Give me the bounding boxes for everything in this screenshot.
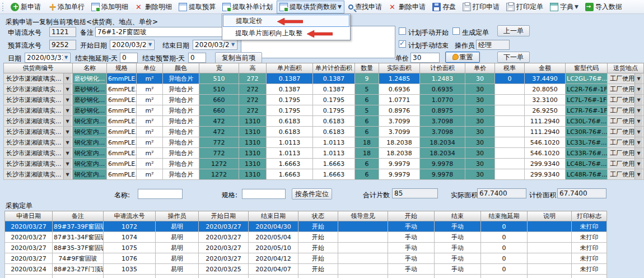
cell[interactable]: 2020/04/12 — [249, 253, 298, 264]
cell[interactable]: 手动 — [435, 243, 481, 253]
cell[interactable]: 1310 — [239, 116, 267, 127]
cell[interactable]: LC7L-76#-1F0 — [566, 95, 608, 105]
cell[interactable]: 2020/03/27 — [199, 243, 249, 253]
cell[interactable]: 异地合片 — [163, 73, 199, 84]
cell[interactable] — [495, 84, 525, 95]
combo-arrow-icon[interactable]: ▼ — [634, 105, 642, 115]
combo-arrow-icon[interactable]: ▼ — [63, 148, 71, 158]
cell[interactable]: 660 — [199, 105, 239, 116]
cell[interactable]: 工厂使用▼ — [608, 95, 644, 105]
cell[interactable]: 9.9978 — [420, 169, 465, 180]
cell[interactable]: 异地合片 — [163, 169, 199, 180]
combo-arrow-icon[interactable]: ▼ — [634, 116, 642, 126]
cell[interactable]: 30 — [465, 137, 495, 148]
column-header[interactable]: 宽 — [199, 63, 239, 73]
cell[interactable]: m² — [137, 137, 163, 148]
cell[interactable] — [338, 243, 388, 253]
remark-field[interactable]: 76#1-2F窗固玻 — [95, 27, 228, 37]
column-header[interactable]: 单片计价面积 — [313, 63, 355, 73]
cell[interactable]: 钢化室内... — [73, 169, 107, 180]
unit-price-field[interactable]: 30 — [410, 53, 440, 63]
cell[interactable]: m² — [137, 95, 163, 105]
reset-button[interactable]: 重置 — [445, 52, 480, 63]
cell[interactable]: LC7R-76#-1F0 — [566, 105, 608, 116]
combo-arrow-icon[interactable]: ▼ — [63, 116, 71, 126]
cell[interactable]: 26.9250 — [525, 105, 566, 116]
cell[interactable]: 长沙市潇湘玻璃实...▼ — [4, 159, 73, 169]
combo-arrow-icon[interactable]: ▼ — [634, 169, 642, 179]
generate-order-checkbox[interactable] — [452, 27, 460, 35]
cell[interactable]: 开始 — [298, 253, 338, 264]
cell[interactable]: 长沙市潇湘玻璃实...▼ — [4, 73, 73, 84]
cell[interactable]: LC2GL-76#... — [566, 73, 608, 84]
cell[interactable]: 30 — [465, 73, 495, 84]
cell[interactable]: 18.2034 — [420, 137, 465, 148]
cell[interactable]: 2020/04/30 — [249, 221, 298, 232]
cell[interactable]: 1310 — [239, 127, 267, 137]
table-row[interactable]: 长沙市潇湘玻璃实...▼磨砂钢化...6mmPLE...m²异地合片510272… — [4, 73, 644, 84]
cell[interactable]: 工厂使用▼ — [608, 116, 644, 127]
cell[interactable]: 1.0113 — [313, 137, 355, 148]
cell[interactable]: 9.9979 — [379, 159, 420, 169]
cell[interactable]: 3.7098 — [420, 127, 465, 137]
table-row[interactable]: 2020/03/2789#37-39F窗固玻1072易明2020/03/2720… — [5, 221, 607, 232]
cell[interactable]: 6 — [355, 95, 379, 105]
cell[interactable]: 6mmPLE... — [107, 169, 137, 180]
column-header[interactable]: 单位 — [137, 63, 163, 73]
cell[interactable]: 长沙市潇湘玻璃实...▼ — [4, 95, 73, 105]
cell[interactable]: 手动 — [435, 264, 481, 275]
cell[interactable]: 18 — [355, 137, 379, 148]
column-header[interactable]: 申请日期 — [5, 211, 53, 221]
cell[interactable]: 磨砂钢化... — [73, 84, 107, 95]
cell[interactable]: 510 — [199, 73, 239, 84]
cell[interactable]: 30 — [465, 159, 495, 169]
cell[interactable]: 1.2483 — [420, 73, 465, 84]
column-header[interactable]: 规格 — [107, 63, 137, 73]
cell[interactable] — [495, 159, 525, 169]
cell[interactable]: 3.7098 — [420, 116, 465, 127]
cell[interactable]: 6 — [355, 127, 379, 137]
cell[interactable]: 111.2940 — [525, 127, 566, 137]
combo-arrow-icon[interactable]: ▼ — [63, 169, 71, 179]
cell[interactable]: 0.6183 — [267, 116, 313, 127]
cell[interactable]: 2020/03/27 — [5, 232, 53, 243]
cell[interactable]: 6mmPLE... — [107, 159, 137, 169]
cell[interactable]: 手动 — [435, 253, 481, 264]
cell[interactable]: 9.9979 — [379, 169, 420, 180]
cell[interactable]: 30 — [465, 105, 495, 116]
cell[interactable]: 1075 — [104, 243, 156, 253]
cell[interactable]: 磨砂钢化... — [73, 95, 107, 105]
cell[interactable] — [528, 264, 572, 275]
cell[interactable]: 异地合片 — [163, 127, 199, 137]
cell[interactable]: 111.2940 — [525, 116, 566, 127]
cell[interactable]: LC33L-76#... — [566, 137, 608, 148]
cell[interactable]: m² — [137, 148, 163, 159]
cell[interactable]: LC33R-76#... — [566, 148, 608, 159]
toolbar-button-save[interactable]: 存盘 — [430, 1, 459, 13]
combo-arrow-icon[interactable]: ▼ — [634, 127, 642, 137]
date-combobox[interactable]: 2020/03/31▼ — [25, 53, 71, 63]
column-header[interactable]: 窗型代码 — [566, 63, 608, 73]
cell[interactable]: 3.7099 — [379, 116, 420, 127]
toolbar-button-add-detail[interactable]: 添加明细 — [88, 1, 131, 13]
cell[interactable]: 长沙市潇湘玻璃实...▼ — [4, 137, 73, 148]
column-header[interactable]: 备注 — [53, 211, 104, 221]
cell[interactable]: 工厂使用▼ — [608, 127, 644, 137]
cell[interactable]: 手动 — [435, 232, 481, 243]
plan-manual-end-checkbox[interactable] — [399, 40, 406, 48]
cell[interactable]: 长沙市潇湘玻璃实...▼ — [4, 105, 73, 116]
cell[interactable]: 0.6936 — [379, 84, 420, 95]
cell[interactable]: 1310 — [239, 137, 267, 148]
cell[interactable]: 工厂使用▼ — [608, 148, 644, 159]
cell[interactable]: 异地合片 — [163, 137, 199, 148]
cell[interactable]: 87#31-34F窗固玻 — [53, 232, 104, 243]
cell[interactable]: 2020/03/27 — [5, 221, 53, 232]
cell[interactable]: 6mmPLE... — [107, 105, 137, 116]
cell[interactable] — [528, 243, 572, 253]
menu-item[interactable]: 提取单片面积向上取整 — [223, 27, 349, 39]
cell[interactable] — [495, 169, 525, 180]
cell[interactable]: 0 — [495, 73, 525, 84]
cell[interactable]: 1.0113 — [267, 148, 313, 159]
cell[interactable]: 1.6663 — [313, 169, 355, 180]
start-date-combobox[interactable]: 2020/03/21▼ — [110, 40, 155, 50]
